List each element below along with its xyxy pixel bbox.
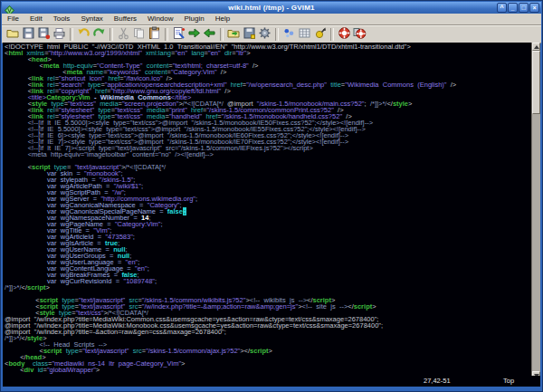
- redo-icon: [92, 26, 106, 43]
- code-line-18[interactable]: <meta http-equiv="imagetoolbar" content=…: [5, 151, 529, 158]
- scroll-up-button[interactable]: [532, 43, 540, 51]
- copy-icon: [132, 26, 146, 43]
- code-line-2[interactable]: <html xmlns="http://www.w3.org/1999/xhtm…: [5, 50, 529, 56]
- menu-item-syntax[interactable]: Syntax: [75, 14, 108, 24]
- status-line: 27,42-51 Top: [3, 376, 540, 387]
- menu-item-plugin[interactable]: Plugin: [179, 14, 210, 24]
- menu-item-tools[interactable]: Tools: [48, 14, 76, 24]
- scrollbar-thumb[interactable]: [532, 51, 540, 114]
- toolbar-separator: [70, 28, 73, 41]
- redo-button[interactable]: [91, 27, 107, 43]
- make-button[interactable]: [281, 27, 297, 43]
- minimize-button[interactable]: _: [508, 3, 518, 13]
- menu-item-file[interactable]: File: [2, 14, 24, 24]
- title-bar[interactable]: wiki.html (/tmp) - GVIM1 ^ _ □ ×: [2, 2, 541, 14]
- close-button[interactable]: ×: [529, 3, 539, 13]
- print-icon: [52, 26, 66, 43]
- code-line-52[interactable]: <div id="globalWrapper">: [5, 367, 529, 373]
- build-tags-icon: [298, 26, 311, 43]
- find-replace-icon: [172, 26, 186, 43]
- save-session-icon: [243, 26, 256, 43]
- code-text[interactable]: <!DOCTYPE html PUBLIC "-//W3C//DTD XHTML…: [5, 43, 529, 376]
- arrow-up-icon: [534, 45, 539, 49]
- save-session-button[interactable]: [242, 27, 257, 43]
- open-icon: [6, 26, 20, 43]
- help-icon: [338, 26, 351, 43]
- paste-icon: [148, 26, 161, 43]
- editor-area[interactable]: <!DOCTYPE html PUBLIC "-//W3C//DTD XHTML…: [3, 43, 540, 387]
- save-all-button[interactable]: [36, 27, 52, 43]
- run-script-button[interactable]: [257, 27, 272, 43]
- cursor-position-ruler: 27,42-51: [424, 376, 451, 387]
- help-button[interactable]: [337, 27, 352, 43]
- undo-icon: [77, 26, 90, 43]
- tag-jump-icon: [313, 26, 327, 43]
- run-script-icon: [258, 26, 272, 43]
- menu-item-buffers[interactable]: Buffers: [109, 14, 142, 24]
- menu-item-edit[interactable]: Edit: [24, 14, 48, 24]
- scroll-position-indicator: Top: [503, 376, 514, 387]
- save-button[interactable]: [21, 27, 36, 43]
- find-help-icon: [353, 26, 367, 43]
- find-next-icon: [187, 26, 201, 43]
- shade-button[interactable]: ^: [497, 3, 507, 13]
- maximize-button[interactable]: □: [519, 3, 529, 13]
- code-line-38[interactable]: var wgCurRevisionId = "1089748";: [5, 278, 529, 284]
- cut-button[interactable]: [116, 27, 131, 43]
- undo-button[interactable]: [76, 27, 91, 43]
- menu-item-window[interactable]: Window: [142, 14, 178, 24]
- menu-item-help[interactable]: Help: [210, 14, 235, 24]
- vertical-scrollbar[interactable]: [531, 43, 540, 379]
- text-cursor: ;: [183, 207, 186, 215]
- find-prev-button[interactable]: [202, 27, 217, 43]
- window-title: wiki.html (/tmp) - GVIM1: [2, 2, 541, 14]
- code-line-39[interactable]: /*]]>*/</script>: [5, 284, 529, 291]
- toolbar-separator: [110, 28, 113, 41]
- paste-button[interactable]: [147, 27, 162, 43]
- make-icon: [282, 26, 296, 43]
- build-tags-button[interactable]: [297, 27, 312, 43]
- find-prev-icon: [203, 26, 216, 43]
- code-line-49[interactable]: <script type="text/javascript" src="/ski…: [5, 348, 529, 354]
- save-all-icon: [37, 26, 51, 43]
- print-button[interactable]: [52, 27, 67, 43]
- toolbar-separator: [330, 28, 334, 41]
- toolbar-separator: [220, 28, 224, 41]
- save-icon: [22, 26, 35, 43]
- load-session-icon: [227, 26, 241, 43]
- toolbar-separator: [275, 28, 279, 41]
- find-replace-button[interactable]: [171, 27, 186, 43]
- menu-bar: FileEditToolsSyntaxBuffersWindowPluginHe…: [2, 14, 541, 25]
- find-next-button[interactable]: [186, 27, 202, 43]
- tag-jump-button[interactable]: [312, 27, 328, 43]
- toolbar-separator: [165, 28, 168, 41]
- open-button[interactable]: [5, 27, 21, 43]
- toolbar: [2, 25, 541, 43]
- cut-icon: [117, 26, 130, 43]
- code-line-46[interactable]: @import "/w/index.php?title=-&action=raw…: [5, 329, 529, 335]
- load-session-button[interactable]: [226, 27, 242, 43]
- find-help-button[interactable]: [352, 27, 367, 43]
- copy-button[interactable]: [131, 27, 147, 43]
- gvim-window: wiki.html (/tmp) - GVIM1 ^ _ □ × FileEdi…: [0, 0, 543, 392]
